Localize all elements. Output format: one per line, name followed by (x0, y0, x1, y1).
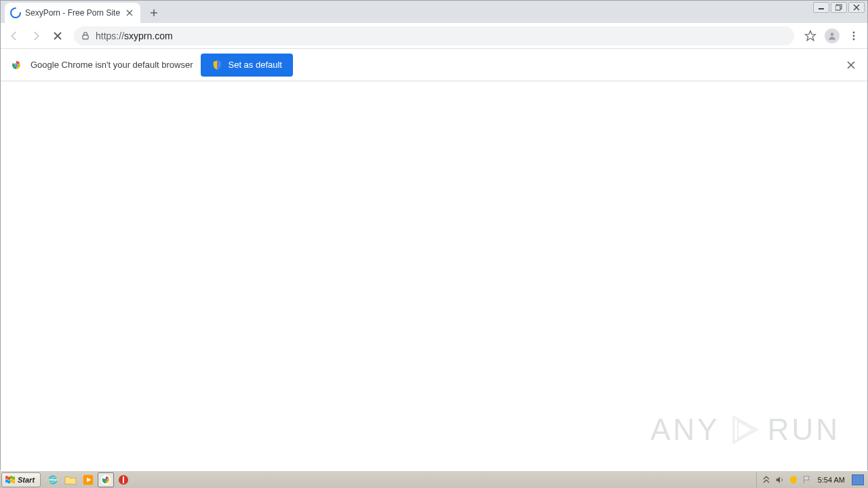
flag-icon[interactable] (802, 474, 812, 485)
url-host: sxyprn.com (124, 30, 173, 41)
svg-rect-0 (818, 8, 824, 9)
toolbar: https://sxyprn.com (1, 23, 867, 49)
shield-icon (212, 60, 222, 70)
taskbar-clock[interactable]: 5:54 AM (815, 476, 848, 484)
tab-title: SexyPorn - Free Porn Site (25, 8, 120, 18)
red-app-icon[interactable] (115, 472, 132, 487)
media-player-icon[interactable] (80, 472, 96, 487)
show-desktop-button[interactable] (852, 474, 864, 485)
chrome-logo-icon (10, 59, 22, 71)
explorer-icon[interactable] (62, 472, 79, 487)
watermark-left: ANY (650, 413, 719, 447)
chrome-menu-button[interactable] (844, 26, 863, 45)
chrome-taskbar-icon[interactable] (98, 472, 114, 487)
set-default-label: Set as default (228, 60, 282, 70)
maximize-button[interactable] (831, 2, 847, 13)
start-button[interactable]: Start (1, 472, 41, 487)
windows-taskbar: Start 5:54 AM (0, 470, 868, 488)
volume-icon[interactable] (774, 474, 785, 485)
svg-rect-3 (83, 35, 88, 39)
svg-point-4 (831, 33, 834, 36)
svg-rect-2 (835, 5, 840, 10)
svg-point-6 (853, 35, 855, 37)
url-text: https://sxyprn.com (96, 30, 787, 41)
stop-reload-button[interactable] (48, 26, 67, 45)
page-content: ANY RUN Connecting... (1, 81, 867, 487)
loading-spinner-icon (10, 7, 21, 18)
profile-avatar-button[interactable] (823, 26, 842, 45)
infobar-message: Google Chrome isn't your default browser (31, 60, 193, 70)
back-button[interactable] (5, 26, 24, 45)
quick-launch (45, 472, 132, 487)
svg-point-7 (853, 38, 855, 40)
forward-button[interactable] (26, 26, 45, 45)
new-tab-button[interactable] (144, 3, 163, 22)
url-protocol: https:// (96, 30, 124, 41)
infobar-close-button[interactable] (844, 58, 858, 72)
minimize-button[interactable] (813, 2, 829, 13)
svg-point-11 (15, 64, 18, 66)
tray-expand-icon[interactable] (761, 474, 772, 485)
bookmark-star-button[interactable] (801, 26, 820, 45)
browser-window: SexyPorn - Free Porn Site (0, 0, 868, 488)
lock-icon (81, 31, 90, 41)
start-label: Start (18, 476, 35, 484)
play-icon (727, 413, 761, 447)
window-controls (813, 2, 865, 13)
svg-marker-13 (738, 421, 753, 439)
tab-close-button[interactable] (124, 7, 135, 18)
browser-tab[interactable]: SexyPorn - Free Porn Site (5, 3, 140, 23)
svg-marker-12 (734, 417, 757, 443)
system-tray: 5:54 AM (756, 472, 868, 487)
svg-rect-21 (123, 476, 124, 483)
set-default-button[interactable]: Set as default (201, 54, 293, 77)
default-browser-infobar: Google Chrome isn't your default browser… (1, 49, 867, 81)
windows-flag-icon (5, 475, 16, 485)
ie-icon[interactable] (45, 472, 61, 487)
avatar-icon (825, 28, 840, 43)
svg-point-5 (853, 31, 855, 33)
close-window-button[interactable] (848, 2, 865, 13)
watermark-right: RUN (768, 413, 840, 447)
tab-strip: SexyPorn - Free Porn Site (1, 1, 867, 23)
address-bar[interactable]: https://sxyprn.com (74, 26, 794, 45)
security-shield-icon[interactable] (788, 474, 799, 485)
svg-point-19 (104, 478, 108, 481)
anyrun-watermark: ANY RUN (650, 413, 840, 447)
